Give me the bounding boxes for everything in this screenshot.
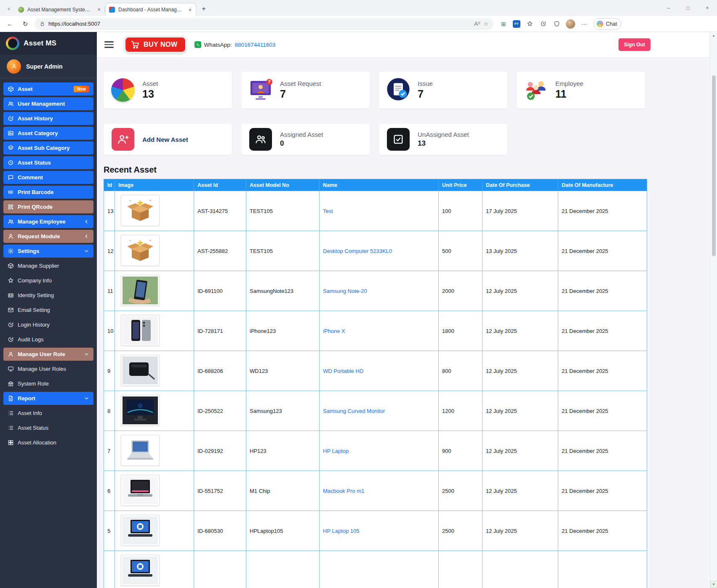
whatsapp-number-link[interactable]: 8801674411603 — [235, 42, 276, 48]
split-screen-icon[interactable]: ⊞ — [499, 20, 508, 28]
scrollbar-thumb[interactable] — [712, 75, 716, 256]
sidebar-item-asset-category[interactable]: Asset Category — [3, 127, 93, 140]
hamburger-menu-icon[interactable] — [104, 41, 114, 48]
asset-image[interactable] — [121, 435, 160, 466]
page-scrollbar[interactable]: ▲ ▼ — [710, 32, 717, 588]
browser-profile-avatar[interactable] — [566, 19, 575, 29]
sidebar-item-company-info[interactable]: Company Info — [3, 274, 93, 287]
column-image[interactable]: Image — [115, 179, 194, 191]
person-icon — [8, 351, 14, 357]
quick-card-unassigned-asset[interactable]: UnAssigned Asset13 — [379, 124, 507, 155]
tab-close-icon[interactable]: × — [96, 6, 101, 13]
cell-image — [115, 191, 194, 231]
refresh-icon[interactable]: ↻ — [19, 18, 31, 30]
site-info-lock-icon[interactable] — [40, 21, 45, 27]
sidebar-item-user-management[interactable]: User Management — [3, 97, 93, 110]
stat-card-asset[interactable]: Asset 13 — [104, 72, 232, 109]
column-date-of-purchase[interactable]: Date Of Purchase — [482, 179, 558, 191]
stat-card-asset-request[interactable]: ? Asset Request 7 — [241, 72, 370, 109]
history-icon[interactable] — [539, 20, 547, 28]
quick-card-add-new-asset[interactable]: Add New Asset — [104, 124, 232, 155]
column-asset-model-no[interactable]: Asset Model No — [246, 179, 320, 191]
asset-name-link[interactable]: iPhone X — [323, 328, 345, 334]
stat-card-employee[interactable]: Employee 11 — [517, 72, 645, 109]
minimize-button[interactable]: – — [659, 0, 678, 16]
sidebar-item-system-role[interactable]: System Role — [3, 377, 93, 390]
asset-image[interactable] — [121, 315, 160, 346]
sidebar-item-manage-employee[interactable]: Manage Employee — [3, 215, 93, 228]
sidebar-item-asset-allocation[interactable]: Asset Allocation — [3, 436, 93, 449]
asset-image[interactable] — [121, 515, 160, 546]
asset-name-link[interactable]: HP Laptop — [323, 448, 349, 454]
column-name[interactable]: Name — [320, 179, 439, 191]
asset-name-link[interactable]: Samsung Note-20 — [323, 288, 367, 294]
asset-image[interactable] — [121, 275, 160, 306]
asset-image[interactable] — [121, 195, 160, 226]
quick-card-assigned-asset[interactable]: Assigned Asset0 — [241, 124, 370, 155]
asset-image[interactable] — [121, 555, 160, 586]
tab-close-icon[interactable]: × — [187, 7, 192, 13]
sidebar-item-asset-status[interactable]: Asset Status — [3, 421, 93, 434]
sidebar-item-request-module[interactable]: Request Module — [3, 230, 93, 243]
sidebar-item-asset-history[interactable]: Asset History — [3, 112, 93, 125]
sidebar-item-login-history[interactable]: Login History — [3, 318, 93, 331]
whatsapp-icon — [195, 41, 201, 48]
sidebar-item-manage-supplier[interactable]: Manage Supplier — [3, 259, 93, 272]
shield-icon[interactable] — [552, 20, 561, 28]
asset-name-link[interactable]: Desktop Computer 5233KL0 — [323, 248, 392, 254]
sidebar-item-asset-sub-category[interactable]: Asset Sub Category — [3, 141, 93, 154]
column-asset-id[interactable]: Asset Id — [194, 179, 246, 191]
chat-button[interactable]: Chat — [594, 18, 621, 30]
sidebar-item-asset-status[interactable]: Asset Status — [3, 156, 93, 169]
cell-manufacture: 21 December 2025 — [558, 431, 647, 471]
tab-search-icon[interactable]: ˅ — [3, 3, 14, 15]
stat-card-issue[interactable]: Issue 7 — [379, 72, 507, 109]
read-aloud-icon[interactable]: A)) — [474, 21, 480, 27]
quick-label: UnAssigned Asset — [418, 131, 469, 138]
url-field[interactable]: https://localhost:5007 A)) ☆ — [35, 18, 493, 30]
close-button[interactable]: × — [698, 0, 717, 16]
sidebar-item-report[interactable]: Report — [3, 392, 93, 405]
extension-ft-icon[interactable]: FT — [513, 20, 520, 28]
url-text[interactable]: https://localhost:5007 — [48, 21, 471, 27]
sidebar-item-settings[interactable]: Settings — [3, 245, 93, 258]
asset-image[interactable] — [121, 395, 160, 426]
scroll-down-icon[interactable]: ▼ — [710, 581, 717, 588]
sidebar-item-identity-setting[interactable]: Identity Setting — [3, 289, 93, 302]
asset-image[interactable] — [121, 475, 160, 506]
sidebar-item-comment[interactable]: Comment — [3, 171, 93, 184]
sign-out-button[interactable]: Sign Out — [618, 38, 650, 51]
sidebar-item-print-qrcode[interactable]: Print QRcode — [3, 200, 93, 213]
sidebar-item-manage-user-roles[interactable]: Manage User Roles — [3, 362, 93, 375]
more-menu-icon[interactable]: ⋯ — [580, 20, 589, 28]
asset-name-link[interactable]: HP Laptop 105 — [323, 528, 360, 534]
asset-image[interactable] — [121, 355, 160, 386]
sidebar-item-manage-user-role[interactable]: Manage User Role — [3, 348, 93, 361]
new-tab-button[interactable]: + — [198, 3, 210, 15]
scroll-up-icon[interactable]: ▲ — [710, 32, 717, 39]
sidebar-item-audit-logs[interactable]: Audit Logs — [3, 333, 93, 346]
cell-asset-id: ID-680530 — [194, 511, 246, 551]
asset-image[interactable] — [121, 235, 160, 266]
sidebar-item-email-setting[interactable]: Email Setting — [3, 303, 93, 317]
buy-now-button[interactable]: BUY NOW — [125, 37, 186, 53]
sidebar-item-asset-info[interactable]: Asset Info — [3, 407, 93, 420]
brand-row[interactable]: Asset MS — [0, 32, 97, 55]
maximize-button[interactable]: □ — [678, 0, 698, 16]
sidebar-item-print-barcode[interactable]: Print Barcode — [3, 186, 93, 199]
back-icon[interactable]: ← — [4, 18, 16, 30]
asset-name-link[interactable]: WD Portable HD — [323, 368, 363, 374]
collections-icon[interactable] — [525, 20, 534, 28]
asset-name-link[interactable]: Test — [323, 208, 333, 214]
column-id[interactable]: Id — [104, 179, 115, 191]
column-unit-price[interactable]: Unit Price — [439, 179, 482, 191]
cell-id: 8 — [104, 391, 115, 431]
column-date-of-manufacture[interactable]: Date Of Manufacture — [558, 179, 647, 191]
user-row[interactable]: Super Admin — [0, 55, 97, 78]
favorite-star-icon[interactable]: ☆ — [483, 21, 488, 27]
sidebar-item-asset[interactable]: AssetNew — [3, 82, 93, 96]
browser-tab-1[interactable]: Asset Management System - Comp... × — [14, 3, 105, 16]
asset-name-link[interactable]: Macbook Pro m1 — [323, 488, 364, 494]
browser-tab-2[interactable]: Dashboard - Asset Management S... × — [105, 3, 196, 16]
asset-name-link[interactable]: Samsung Curved Monitor — [323, 408, 385, 414]
